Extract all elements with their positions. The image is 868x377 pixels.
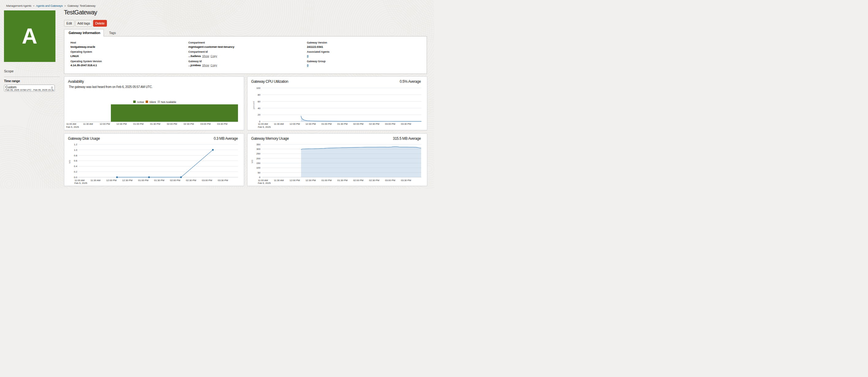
svg-text:150: 150 <box>256 162 261 165</box>
svg-text:01:30 PM: 01:30 PM <box>337 123 347 125</box>
svg-text:350: 350 <box>256 143 261 146</box>
svg-text:100: 100 <box>256 86 261 89</box>
svg-text:03:00 PM: 03:00 PM <box>385 179 395 182</box>
svg-text:02:00 PM: 02:00 PM <box>167 123 177 125</box>
svg-text:Not Available: Not Available <box>161 100 177 103</box>
svg-text:03:00 PM: 03:00 PM <box>200 123 210 125</box>
svg-text:01:00 PM: 01:00 PM <box>138 179 148 182</box>
svg-text:03:30 PM: 03:30 PM <box>217 123 227 125</box>
svg-text:01:00 PM: 01:00 PM <box>321 179 331 182</box>
svg-text:1.0: 1.0 <box>74 149 78 151</box>
svg-text:Feb 5, 2025: Feb 5, 2025 <box>258 182 271 184</box>
svg-text:11:30 AM: 11:30 AM <box>91 179 100 182</box>
svg-text:Silent: Silent <box>150 100 156 103</box>
svg-text:12:30 PM: 12:30 PM <box>116 123 126 125</box>
svg-text:300: 300 <box>256 148 261 150</box>
svg-text:Active: Active <box>137 100 144 103</box>
svg-text:0: 0 <box>259 176 261 179</box>
svg-text:02:30 PM: 02:30 PM <box>369 179 379 182</box>
svg-text:percent: percent <box>252 101 255 109</box>
svg-text:200: 200 <box>256 157 261 160</box>
svg-text:02:00 PM: 02:00 PM <box>353 179 363 182</box>
svg-text:11:30 AM: 11:30 AM <box>83 123 93 125</box>
svg-text:250: 250 <box>256 152 261 155</box>
svg-text:02:30 PM: 02:30 PM <box>369 123 379 125</box>
svg-text:0.0: 0.0 <box>74 176 78 179</box>
svg-text:11:00 AM: 11:00 AM <box>258 179 268 182</box>
svg-text:01:00 PM: 01:00 PM <box>133 123 143 125</box>
svg-text:02:00 PM: 02:00 PM <box>353 123 363 125</box>
svg-text:03:30 PM: 03:30 PM <box>401 179 411 182</box>
svg-text:02:30 PM: 02:30 PM <box>186 179 196 182</box>
svg-text:12:30 PM: 12:30 PM <box>122 179 132 182</box>
svg-text:11:30 AM: 11:30 AM <box>274 123 284 125</box>
svg-text:60: 60 <box>257 100 260 103</box>
svg-text:03:30 PM: 03:30 PM <box>401 123 411 125</box>
svg-text:02:00 PM: 02:00 PM <box>170 179 180 182</box>
svg-text:80: 80 <box>257 93 260 96</box>
svg-text:03:00 PM: 03:00 PM <box>202 179 212 182</box>
svg-text:0.2: 0.2 <box>74 170 77 173</box>
svg-text:03:00 PM: 03:00 PM <box>385 123 395 125</box>
svg-text:20: 20 <box>257 113 260 116</box>
svg-text:11:30 AM: 11:30 AM <box>274 179 284 182</box>
svg-text:12:00 PM: 12:00 PM <box>100 123 110 125</box>
svg-text:01:30 PM: 01:30 PM <box>154 179 164 182</box>
svg-text:50: 50 <box>257 171 260 174</box>
svg-text:40: 40 <box>257 107 260 109</box>
svg-text:0.8: 0.8 <box>74 154 77 157</box>
svg-text:MB: MB <box>68 160 71 164</box>
svg-text:Feb 5, 2025: Feb 5, 2025 <box>258 125 271 128</box>
svg-text:Feb 5, 2025: Feb 5, 2025 <box>66 125 79 128</box>
svg-text:01:00 PM: 01:00 PM <box>321 123 331 125</box>
svg-text:01:30 PM: 01:30 PM <box>150 123 160 125</box>
svg-text:12:30 PM: 12:30 PM <box>306 179 316 182</box>
svg-text:1.2: 1.2 <box>74 143 77 146</box>
svg-text:12:30 PM: 12:30 PM <box>306 123 316 125</box>
svg-text:0.4: 0.4 <box>74 165 78 168</box>
svg-text:12:00 PM: 12:00 PM <box>290 179 300 182</box>
svg-text:0.6: 0.6 <box>74 160 77 162</box>
svg-text:12:00 PM: 12:00 PM <box>106 179 116 182</box>
svg-text:11:00 AM: 11:00 AM <box>258 123 268 125</box>
svg-text:03:30 PM: 03:30 PM <box>218 179 228 182</box>
svg-text:02:30 PM: 02:30 PM <box>184 123 194 125</box>
svg-text:100: 100 <box>256 167 261 169</box>
svg-text:Feb 5, 2025: Feb 5, 2025 <box>74 182 87 184</box>
svg-text:12:00 PM: 12:00 PM <box>290 123 300 125</box>
svg-text:11:00 AM: 11:00 AM <box>66 123 76 125</box>
svg-text:11:00 AM: 11:00 AM <box>75 179 85 182</box>
svg-text:MB: MB <box>251 160 254 163</box>
svg-text:01:30 PM: 01:30 PM <box>337 179 347 182</box>
